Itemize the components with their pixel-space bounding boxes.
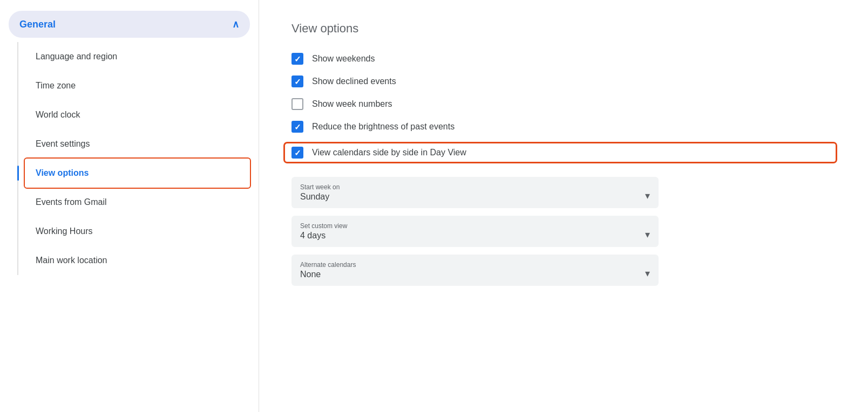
dropdown-content-alternate-calendars: Alternate calendarsNone	[300, 261, 356, 279]
checkbox-label-view-calendars-side-by-side[interactable]: View calendars side by side in Day View	[312, 148, 466, 157]
dropdown-value-start-week-on: Sunday	[300, 192, 340, 202]
dropdown-content-start-week-on: Start week onSunday	[300, 183, 340, 202]
dropdown-value-set-custom-view: 4 days	[300, 231, 347, 241]
dropdown-content-set-custom-view: Set custom view4 days	[300, 222, 347, 241]
dropdown-label-start-week-on: Start week on	[300, 183, 340, 191]
sidebar-item-event-settings[interactable]: Event settings	[25, 129, 250, 159]
dropdown-label-set-custom-view: Set custom view	[300, 222, 347, 230]
checkbox-reduce-brightness[interactable]: ✓	[291, 121, 303, 133]
dropdown-arrow-icon: ▾	[645, 229, 650, 241]
chevron-up-icon: ∧	[232, 18, 239, 30]
sidebar-item-world-clock[interactable]: World clock	[25, 100, 250, 129]
checkbox-show-declined-events[interactable]: ✓	[291, 75, 303, 87]
checkbox-show-week-numbers[interactable]	[291, 98, 303, 110]
sidebar-item-time-zone[interactable]: Time zone	[25, 71, 250, 100]
checkbox-row-show-weekends: ✓Show weekends	[291, 53, 836, 65]
checkmark-icon: ✓	[294, 123, 301, 131]
sidebar-general-label: General	[19, 19, 56, 30]
sidebar-item-language-and-region[interactable]: Language and region	[25, 42, 250, 71]
sidebar: General ∧ Language and regionTime zoneWo…	[0, 0, 259, 412]
dropdown-arrow-icon: ▾	[645, 267, 650, 279]
checkboxes-container: ✓Show weekends✓Show declined eventsShow …	[291, 53, 836, 162]
checkbox-show-weekends[interactable]: ✓	[291, 53, 303, 65]
page-title: View options	[291, 22, 836, 36]
checkbox-label-show-weekends[interactable]: Show weekends	[312, 54, 375, 64]
checkbox-row-reduce-brightness: ✓Reduce the brightness of past events	[291, 121, 836, 133]
main-content: View options ✓Show weekends✓Show decline…	[259, 0, 868, 412]
sidebar-item-main-work-location[interactable]: Main work location	[25, 246, 250, 275]
dropdown-arrow-icon: ▾	[645, 190, 650, 202]
checkbox-label-reduce-brightness[interactable]: Reduce the brightness of past events	[312, 122, 455, 132]
sidebar-item-working-hours[interactable]: Working Hours	[25, 217, 250, 246]
dropdowns-container: Start week onSunday▾Set custom view4 day…	[291, 177, 659, 286]
checkbox-label-show-declined-events[interactable]: Show declined events	[312, 77, 396, 86]
dropdown-alternate-calendars[interactable]: Alternate calendarsNone▾	[291, 255, 659, 286]
checkmark-icon: ✓	[294, 149, 301, 157]
dropdown-start-week-on[interactable]: Start week onSunday▾	[291, 177, 659, 208]
checkbox-row-show-week-numbers: Show week numbers	[291, 98, 836, 110]
sidebar-item-events-from-gmail[interactable]: Events from Gmail	[25, 188, 250, 217]
checkbox-view-calendars-side-by-side[interactable]: ✓	[291, 147, 303, 159]
dropdown-label-alternate-calendars: Alternate calendars	[300, 261, 356, 269]
checkbox-row-show-declined-events: ✓Show declined events	[291, 75, 836, 87]
sidebar-general-button[interactable]: General ∧	[9, 11, 250, 38]
checkbox-label-show-week-numbers[interactable]: Show week numbers	[312, 99, 392, 109]
checkmark-icon: ✓	[294, 78, 301, 86]
sidebar-subitems: Language and regionTime zoneWorld clockE…	[17, 42, 250, 275]
dropdown-value-alternate-calendars: None	[300, 270, 356, 279]
checkbox-row-view-calendars-side-by-side: ✓View calendars side by side in Day View	[285, 143, 836, 162]
checkmark-icon: ✓	[294, 55, 301, 63]
dropdown-set-custom-view[interactable]: Set custom view4 days▾	[291, 216, 659, 247]
sidebar-item-view-options[interactable]: View options	[25, 159, 250, 188]
